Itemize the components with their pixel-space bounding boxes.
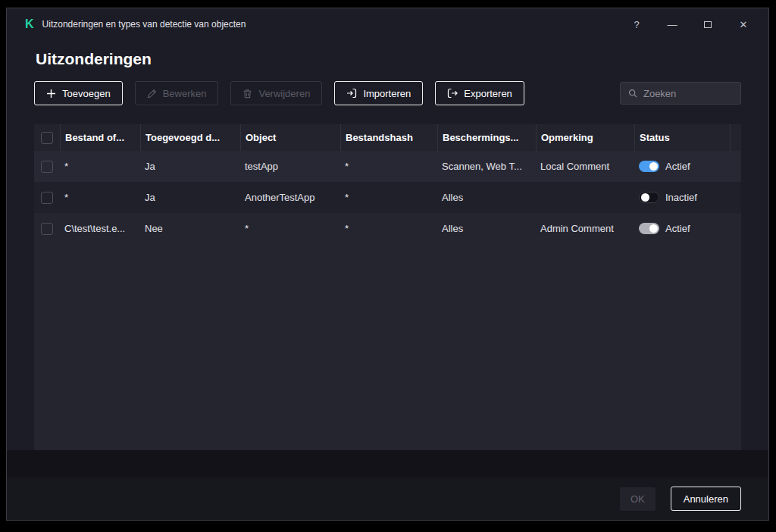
status-label: Actief (665, 223, 690, 234)
select-all-checkbox[interactable] (41, 132, 53, 144)
close-button[interactable]: ✕ (738, 19, 749, 30)
col-header-object[interactable]: Object (240, 124, 340, 151)
col-header-status[interactable]: Status (634, 124, 730, 151)
search-input[interactable] (643, 88, 733, 99)
status-label: Inactief (665, 192, 697, 203)
dialog-window: K Uitzonderingen en types van detectie v… (6, 8, 769, 521)
trash-icon (242, 89, 252, 99)
export-button[interactable]: Exporteren (435, 81, 524, 105)
lower-strip (7, 450, 768, 477)
table-row[interactable]: * Ja testApp * Scannen, Web T... Local C… (34, 151, 741, 182)
edit-button-label: Bewerken (163, 88, 207, 99)
toolbar: Toevoegen Bewerken Verwijderen Importere… (34, 81, 741, 105)
cell-bestandshash: * (340, 161, 437, 172)
window-controls: ? — ✕ (631, 19, 749, 30)
import-button-label: Importeren (363, 88, 411, 99)
cell-status: Actief (634, 161, 730, 172)
cell-object: testApp (240, 161, 340, 172)
col-header-bestandshash[interactable]: Bestandshash (340, 124, 437, 151)
col-header-bescherming[interactable]: Beschermings... (437, 124, 536, 151)
cell-object: * (240, 223, 340, 234)
ok-button[interactable]: OK (620, 487, 656, 511)
cell-bescherming: Alles (437, 192, 536, 203)
cell-bescherming: Alles (437, 223, 536, 234)
cell-bescherming: Scannen, Web T... (437, 161, 536, 172)
title-bar: K Uitzonderingen en types van detectie v… (7, 8, 768, 40)
cell-status: Actief (634, 223, 730, 234)
cell-status: Inactief (634, 192, 730, 203)
cell-opmerking: Local Comment (536, 161, 634, 172)
col-header-toegevoegd[interactable]: Toegevoegd d... (140, 124, 240, 151)
add-button-label: Toevoegen (62, 88, 111, 99)
row-checkbox[interactable] (41, 192, 53, 204)
cell-bestand: * (60, 161, 140, 172)
col-header-bestand[interactable]: Bestand of... (60, 124, 140, 151)
cancel-button[interactable]: Annuleren (671, 487, 741, 511)
delete-button-label: Verwijderen (258, 88, 310, 99)
table-header-row: Bestand of... Toegevoegd d... Object Bes… (34, 124, 741, 151)
plus-icon (46, 89, 56, 99)
kaspersky-logo-icon: K (25, 18, 34, 30)
main-content: Uitzonderingen Toevoegen Bewerken Verwij… (7, 40, 768, 450)
export-button-label: Exporteren (464, 88, 512, 99)
edit-button[interactable]: Bewerken (135, 81, 219, 105)
status-toggle[interactable] (639, 161, 659, 172)
maximize-icon (704, 21, 712, 28)
table-empty-area (34, 244, 741, 450)
footer-bar: OK Annuleren (7, 477, 768, 520)
col-header-spacer (730, 124, 741, 151)
help-button[interactable]: ? (631, 19, 642, 30)
cell-bestandshash: * (340, 223, 437, 234)
delete-button[interactable]: Verwijderen (230, 81, 322, 105)
import-button[interactable]: Importeren (334, 81, 423, 105)
cell-opmerking: Admin Comment (536, 223, 634, 234)
import-icon (346, 88, 357, 99)
minimize-button[interactable]: — (667, 19, 677, 30)
cell-toegevoegd: Ja (140, 161, 240, 172)
cell-toegevoegd: Nee (140, 223, 240, 234)
window-title: Uitzonderingen en types van detectie van… (42, 19, 246, 30)
col-header-opmerking[interactable]: Opmerking (536, 124, 634, 151)
status-label: Actief (665, 161, 690, 172)
search-box (620, 82, 741, 105)
row-checkbox[interactable] (41, 223, 53, 235)
search-icon (628, 88, 637, 99)
export-icon (447, 88, 458, 99)
pencil-icon (147, 89, 157, 99)
row-checkbox[interactable] (41, 161, 53, 173)
cell-toegevoegd: Ja (140, 192, 240, 203)
add-button[interactable]: Toevoegen (34, 81, 123, 105)
status-toggle[interactable] (639, 223, 659, 234)
table-row[interactable]: C\test\test.e... Nee * * Alles Admin Com… (34, 213, 741, 244)
exclusions-table: Bestand of... Toegevoegd d... Object Bes… (34, 124, 741, 450)
cell-bestandshash: * (340, 192, 437, 203)
cell-bestand: * (60, 192, 140, 203)
cell-object: AnotherTestApp (240, 192, 340, 203)
status-toggle[interactable] (639, 192, 659, 203)
maximize-button[interactable] (702, 21, 713, 28)
table-row[interactable]: * Ja AnotherTestApp * Alles Inactief (34, 182, 741, 213)
page-title: Uitzonderingen (36, 50, 768, 68)
cell-bestand: C\test\test.e... (60, 223, 140, 234)
